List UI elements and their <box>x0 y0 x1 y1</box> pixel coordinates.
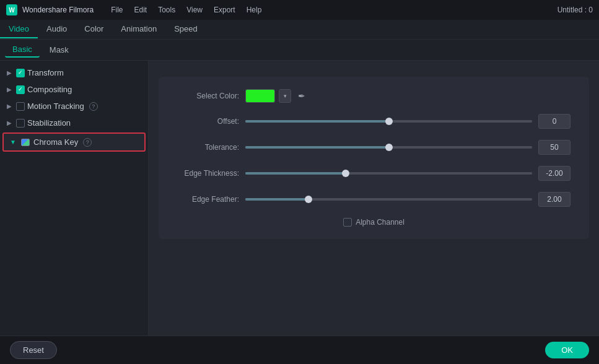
edge-thickness-slider[interactable] <box>245 172 532 175</box>
setting-edge-feather: Edge Feather: <box>177 192 571 207</box>
edge-thickness-value-input[interactable] <box>538 166 571 181</box>
expand-icon-chroma: ▼ <box>9 138 17 147</box>
tolerance-label: Tolerance: <box>177 143 239 152</box>
checkbox-transform[interactable] <box>16 69 25 77</box>
title-menu: File Edit Tools View Export Help <box>106 4 266 15</box>
section-compositing[interactable]: ▶ Compositing <box>0 81 148 98</box>
expand-icon-stabilization: ▶ <box>5 119 14 128</box>
menu-export[interactable]: Export <box>209 4 240 15</box>
expand-icon-motion: ▶ <box>5 102 14 111</box>
main-content: ▶ Transform ▶ Compositing ▶ Motion Track… <box>0 61 599 336</box>
tab-animation[interactable]: Animation <box>112 20 165 38</box>
chroma-settings: Select Color: ▾ ✒ Offset: <box>159 77 589 239</box>
tab-audio[interactable]: Audio <box>38 20 76 38</box>
edge-feather-slider[interactable] <box>245 198 532 201</box>
offset-slider[interactable] <box>245 120 532 123</box>
color-dropdown-button[interactable]: ▾ <box>279 89 291 103</box>
bottom-bar: Reset OK <box>0 336 599 364</box>
tab-video[interactable]: Video <box>0 20 38 38</box>
edge-feather-value-input[interactable] <box>538 192 571 207</box>
setting-edge-thickness: Edge Thickness: <box>177 166 571 181</box>
checkbox-stabilization[interactable] <box>16 119 25 128</box>
right-panel: Select Color: ▾ ✒ Offset: <box>149 61 599 336</box>
expand-icon-compositing: ▶ <box>5 85 14 94</box>
label-compositing: Compositing <box>27 85 72 94</box>
subtab-basic[interactable]: Basic <box>5 42 40 58</box>
label-motion-tracking: Motion Tracking <box>27 102 84 111</box>
label-transform: Transform <box>27 68 64 77</box>
section-stabilization[interactable]: ▶ Stabilization <box>0 115 148 131</box>
menu-view[interactable]: View <box>181 4 208 15</box>
ok-button[interactable]: OK <box>545 342 589 358</box>
menu-tools[interactable]: Tools <box>153 4 180 15</box>
offset-value-input[interactable] <box>538 114 571 129</box>
section-transform[interactable]: ▶ Transform <box>0 64 148 81</box>
help-icon-motion[interactable]: ? <box>89 102 98 111</box>
section-motion-tracking[interactable]: ▶ Motion Tracking ? <box>0 98 148 115</box>
tab-color[interactable]: Color <box>76 20 112 38</box>
edge-feather-label: Edge Feather: <box>177 195 239 204</box>
title-bar: W Wondershare Filmora File Edit Tools Vi… <box>0 0 599 20</box>
offset-label: Offset: <box>177 117 239 126</box>
menu-help[interactable]: Help <box>242 4 267 15</box>
alpha-channel-checkbox[interactable] <box>343 218 352 227</box>
app-logo: W <box>6 4 17 15</box>
main-tabs: Video Audio Color Animation Speed <box>0 20 599 40</box>
tolerance-value-input[interactable] <box>538 140 571 155</box>
setting-tolerance: Tolerance: <box>177 140 571 155</box>
tolerance-slider[interactable] <box>245 146 532 149</box>
sub-tabs: Basic Mask <box>0 40 599 61</box>
tab-speed[interactable]: Speed <box>165 20 206 38</box>
left-panel: ▶ Transform ▶ Compositing ▶ Motion Track… <box>0 61 149 336</box>
reset-button[interactable]: Reset <box>10 341 57 359</box>
app-name: Wondershare Filmora <box>22 6 94 14</box>
menu-edit[interactable]: Edit <box>129 4 152 15</box>
expand-icon-transform: ▶ <box>5 69 14 77</box>
setting-offset: Offset: <box>177 114 571 129</box>
subtab-mask[interactable]: Mask <box>42 43 76 57</box>
label-chroma-key: Chroma Key <box>33 137 78 147</box>
alpha-channel-row: Alpha Channel <box>177 218 571 227</box>
chroma-icon <box>20 138 31 147</box>
color-swatch[interactable] <box>245 89 275 103</box>
section-chroma-key[interactable]: ▼ Chroma Key ? <box>2 132 146 152</box>
label-stabilization: Stabilization <box>27 118 71 128</box>
checkbox-compositing[interactable] <box>16 85 25 94</box>
checkbox-motion-tracking[interactable] <box>16 102 25 111</box>
setting-select-color: Select Color: ▾ ✒ <box>177 89 571 103</box>
window-title: Untitled : 0 <box>557 6 593 14</box>
menu-file[interactable]: File <box>106 4 128 15</box>
select-color-label: Select Color: <box>177 92 239 100</box>
eyedropper-button[interactable]: ✒ <box>295 89 308 103</box>
help-icon-chroma[interactable]: ? <box>83 138 92 147</box>
color-picker-group: ▾ ✒ <box>245 89 308 103</box>
edge-thickness-label: Edge Thickness: <box>177 169 239 178</box>
alpha-channel-label: Alpha Channel <box>356 218 404 227</box>
